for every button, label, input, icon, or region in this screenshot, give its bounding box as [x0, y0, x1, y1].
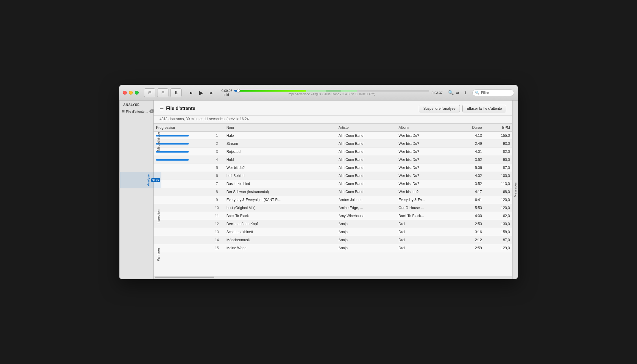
- cell-bpm: 62,0: [484, 212, 512, 220]
- progress-bar-container[interactable]: Paper Aeroplane - Angus & Julia Stone - …: [234, 90, 429, 96]
- table-row[interactable]: 13SchattenakbinettAnajoDrei3:16158,0: [154, 228, 512, 236]
- cell-number: 2: [210, 140, 224, 148]
- title-bar: ⊞ ⊟ ⇅ ⏮ ▶ ⏭ 0:00.06: [119, 85, 518, 101]
- cell-bpm: 68,0: [484, 188, 512, 196]
- cell-number: 12: [210, 220, 224, 228]
- cell-duration: 2:12: [460, 236, 484, 244]
- waveform-icon: [224, 93, 229, 97]
- cell-number: 7: [210, 180, 224, 188]
- loop-icon[interactable]: 🔍: [448, 90, 454, 95]
- rewind-button[interactable]: ⏮: [186, 89, 195, 97]
- search-box[interactable]: 🔍: [472, 90, 514, 96]
- cell-album: Wer bist Du?: [396, 132, 460, 140]
- suspend-button[interactable]: Suspendre l'analyse: [419, 105, 460, 112]
- repeat-icon[interactable]: ⇄: [456, 90, 459, 95]
- cell-name: Stream: [224, 140, 336, 148]
- cell-duration: 3:52: [460, 180, 484, 188]
- clear-queue-button[interactable]: Effacer la file d'attente: [462, 105, 506, 112]
- cell-progression: [154, 204, 210, 212]
- cell-artist: Alin Coen Band: [336, 164, 396, 172]
- cell-name: Lost (Original Mix): [224, 204, 336, 212]
- cell-number: 5: [210, 164, 224, 172]
- cell-bpm: 93,0: [484, 140, 512, 148]
- table-row[interactable]: 2StreamAlin Coen BandWer bist Du?2:4993,…: [154, 140, 512, 148]
- messages-tab-label[interactable]: Messages: [513, 178, 517, 202]
- minimize-button[interactable]: [129, 91, 133, 95]
- cell-name: Hold: [224, 156, 336, 164]
- forward-button[interactable]: ⏭: [207, 89, 216, 97]
- table-row[interactable]: 12Decke auf den KopfAnajoDrei2:53130,0: [154, 220, 512, 228]
- table-row[interactable]: 1HaloAlin Coen BandWer bist Du?4:13155,0: [154, 132, 512, 140]
- cell-progression: [154, 196, 210, 204]
- sidebar-tab-inspection[interactable]: Inspection: [120, 207, 161, 227]
- cell-bpm: 87,0: [484, 236, 512, 244]
- sidebar-tab-analyse[interactable]: 4318 Analyse: [120, 172, 161, 188]
- col-header-num: [210, 124, 224, 132]
- table-row[interactable]: 7Das letzte LiedAlin Coen BandWer bist D…: [154, 180, 512, 188]
- cell-bpm: 158,0: [484, 228, 512, 236]
- cell-duration: 6:41: [460, 196, 484, 204]
- table-row[interactable]: 9Everyday & Everynight (KANT R...Amber J…: [154, 196, 512, 204]
- scrollbar-thumb[interactable]: [155, 277, 214, 278]
- cell-album: Wer bist Du?: [396, 156, 460, 164]
- cell-album: Wer bist Du?: [396, 140, 460, 148]
- cell-album: Wer bist Du?: [396, 172, 460, 180]
- transport-controls: ⏮ ▶ ⏭: [186, 88, 216, 98]
- sidebar-tab-mediatheque[interactable]: Médiathèque: [120, 130, 161, 153]
- tracks-table: Progression Nom Artiste Album Durée BPM …: [154, 123, 512, 252]
- cell-duration: 2:53: [460, 220, 484, 228]
- play-button[interactable]: ▶: [196, 88, 206, 98]
- cell-name: Mädchenmusik: [224, 236, 336, 244]
- cell-bpm: 120,0: [484, 204, 512, 212]
- cell-duration: 5:53: [460, 204, 484, 212]
- cell-progression: [154, 164, 210, 172]
- table-row[interactable]: 15Meine WegeAnajoDrei2:59129,0: [154, 244, 512, 252]
- table-row[interactable]: 3RejectedAlin Coen BandWer bist Du?4:018…: [154, 148, 512, 156]
- table-row[interactable]: 11Back To BlackAmy WinehouseBack To Blac…: [154, 212, 512, 220]
- search-input[interactable]: [481, 91, 511, 95]
- cell-album: Drei: [396, 236, 460, 244]
- cell-number: 4: [210, 156, 224, 164]
- cell-progression: [154, 188, 210, 196]
- cell-artist: Anajo: [336, 244, 396, 252]
- panel-actions: Suspendre l'analyse Effacer la file d'at…: [419, 105, 506, 112]
- cell-number: 9: [210, 196, 224, 204]
- cell-artist: Alin Coen Band: [336, 188, 396, 196]
- sidebar-tab-palmares[interactable]: Palmarès: [120, 245, 161, 263]
- cell-progression: [154, 140, 210, 148]
- table-container[interactable]: Progression Nom Artiste Album Durée BPM …: [154, 123, 512, 276]
- cell-bpm: 130,0: [484, 220, 512, 228]
- table-row[interactable]: 6Left BehindAlin Coen BandWer bist Du?4:…: [154, 172, 512, 180]
- time-remaining: -0:03.37: [431, 91, 443, 95]
- table-row[interactable]: 14MädchenmusikAnajoDrei2:1287,0: [154, 236, 512, 244]
- cell-album: Our G-House ...: [396, 204, 460, 212]
- toolbar-buttons: ⊞ ⊟ ⇅: [144, 88, 182, 97]
- share-button[interactable]: ⬆: [461, 89, 469, 97]
- col-header-name: Nom: [224, 124, 336, 132]
- cell-duration: 4:13: [460, 132, 484, 140]
- cell-name: Rejected: [224, 148, 336, 156]
- library-view-button[interactable]: ⊞: [144, 88, 155, 97]
- cell-progression: [154, 172, 210, 180]
- col-header-album: Album: [396, 124, 460, 132]
- col-header-artist: Artiste: [336, 124, 396, 132]
- analyse-badge: 4318: [151, 178, 160, 182]
- grid-view-button[interactable]: ⊟: [157, 88, 168, 97]
- table-row[interactable]: 8Der Schwan (Instrumental)Alin Coen Band…: [154, 188, 512, 196]
- cell-duration: 5:06: [460, 164, 484, 172]
- maximize-button[interactable]: [135, 91, 139, 95]
- messages-panel[interactable]: Messages: [512, 101, 518, 279]
- progress-indicator: [156, 159, 189, 161]
- sort-button[interactable]: ⇅: [170, 88, 182, 97]
- sidebar: ANALYSE ⊞ File d'attente ... 4318 Médiat…: [119, 101, 154, 279]
- table-row[interactable]: 4HoldAlin Coen BandWer bist Du?3:5290,0: [154, 156, 512, 164]
- cell-name: Everyday & Everynight (KANT R...: [224, 196, 336, 204]
- cell-progression: [154, 180, 210, 188]
- cell-duration: 4:00: [460, 212, 484, 220]
- cell-artist: Anajo: [336, 228, 396, 236]
- table-row[interactable]: 5Wer bit du?Alin Coen BandWer bist Du?5:…: [154, 164, 512, 172]
- close-button[interactable]: [123, 91, 127, 95]
- cell-artist: Alin Coen Band: [336, 156, 396, 164]
- table-row[interactable]: 10Lost (Original Mix)Amine Edge, ...Our …: [154, 204, 512, 212]
- horizontal-scrollbar[interactable]: [154, 276, 512, 279]
